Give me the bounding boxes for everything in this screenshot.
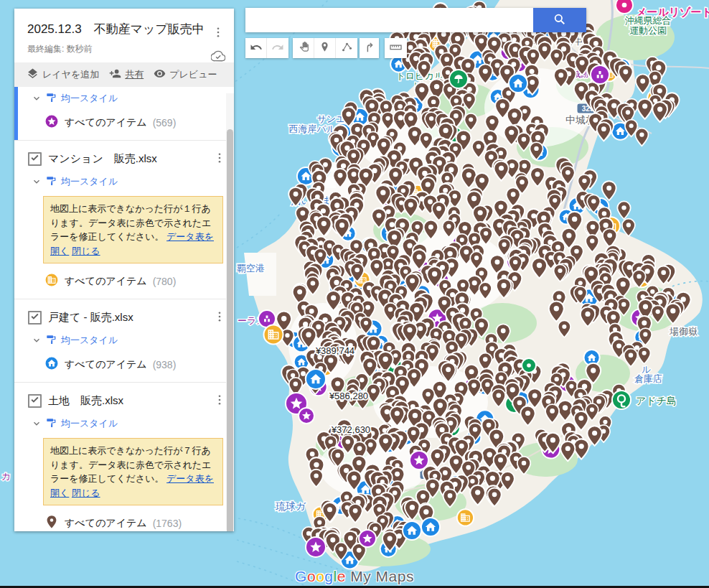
- layer0-items-row[interactable]: すべてのアイテム (569): [14, 108, 234, 140]
- item-count: (1763): [153, 518, 182, 529]
- draw-line-button[interactable]: [336, 38, 357, 58]
- paint-roller-icon: [46, 92, 57, 105]
- all-items-label: すべてのアイテム: [65, 275, 147, 288]
- redo-icon: [271, 41, 284, 56]
- svg-text:倉庫店: 倉庫店: [634, 373, 662, 384]
- undo-icon: [250, 41, 263, 56]
- kebab-menu-icon: [213, 314, 226, 325]
- dismiss-warning-link[interactable]: 閉じる: [72, 246, 100, 256]
- uniform-style-label: 均一スタイル: [61, 175, 118, 188]
- add-directions-button[interactable]: [360, 38, 379, 58]
- layer2-style-row[interactable]: 均一スタイル: [14, 329, 234, 350]
- layer-checkbox[interactable]: [28, 394, 42, 408]
- layer2-items-row[interactable]: すべてのアイテム (938): [14, 350, 234, 382]
- cloud-saved-icon: [211, 49, 225, 66]
- map-search-bar: [245, 8, 586, 32]
- toolbar-history-group: [245, 38, 288, 58]
- layer-title: 土地 販売.xlsx: [48, 394, 211, 408]
- layer-title: 戸建て - 販売.xlsx: [48, 311, 211, 325]
- svg-text:運動公園: 運動公園: [629, 25, 667, 36]
- all-items-label: すべてのアイテム: [65, 517, 147, 530]
- layer-section-house: 戸建て - 販売.xlsx 均一スタイル すべてのアイテム (938): [14, 299, 234, 383]
- paint-roller-icon: [46, 175, 57, 188]
- star-marker-icon: [44, 114, 59, 131]
- google-my-maps-logo: Google My Maps: [0, 568, 709, 585]
- toolbar-measure-group: [385, 38, 407, 58]
- layers-icon: [27, 67, 39, 82]
- toolbar-draw-group: [293, 38, 357, 58]
- layer3-items-row[interactable]: すべてのアイテム (1763): [14, 508, 234, 531]
- chevron-down-icon: [32, 419, 42, 429]
- measure-button[interactable]: [385, 38, 407, 58]
- uniform-style-label: 均一スタイル: [61, 92, 118, 105]
- svg-text:琉球ガ: 琉球ガ: [276, 500, 306, 512]
- scrollbar-thumb[interactable]: [227, 129, 233, 531]
- preview-label: プレビュー: [169, 68, 217, 81]
- home-marker-icon: [44, 356, 59, 373]
- svg-text:場御嶽: 場御嶽: [669, 326, 698, 337]
- layer-warning-box: 地図上に表示できなかった行が７行あります。データ表に赤色で示されたエラーを修正し…: [43, 438, 223, 505]
- building-marker-icon: [44, 273, 59, 289]
- layer-section-land: 土地 販売.xlsx 均一スタイル 地図上に表示できなかった行が７行あります。デ…: [14, 383, 234, 531]
- svg-text:アドチ島: アドチ島: [636, 395, 677, 406]
- layer-checkbox[interactable]: [28, 152, 42, 166]
- redo-button[interactable]: [267, 38, 288, 58]
- hand-icon: [297, 41, 309, 55]
- selected-layer-indicator: [14, 87, 18, 140]
- svg-text:¥389,744: ¥389,744: [315, 345, 354, 356]
- svg-text:¥372,630: ¥372,630: [331, 424, 370, 435]
- kebab-menu-icon: [213, 156, 226, 167]
- layer-warning-box: 地図上に表示できなかった行が１行あります。データ表に赤色で示されたエラーを修正し…: [43, 196, 223, 263]
- layer-title: マンション 販売.xlsx: [48, 152, 211, 166]
- dismiss-warning-link[interactable]: 閉じる: [72, 487, 100, 498]
- panel-action-bar: レイヤを追加 共有 プレビュー: [14, 62, 234, 87]
- last-edited-text: 最終編集: 数秒前: [27, 43, 205, 55]
- search-icon: [553, 12, 567, 29]
- layer-checkbox[interactable]: [28, 311, 42, 325]
- check-icon: [30, 394, 39, 407]
- polyline-icon: [341, 41, 353, 55]
- all-items-label: すべてのアイテム: [65, 116, 147, 129]
- layer0-style-row[interactable]: 均一スタイル: [14, 87, 234, 108]
- add-layer-button[interactable]: レイヤを追加: [23, 67, 103, 82]
- page-title: 2025.12.3 不動産マップ販売中: [27, 22, 205, 37]
- all-items-label: すべてのアイテム: [65, 358, 147, 371]
- item-count: (569): [153, 117, 177, 129]
- sidebar-scrollbar[interactable]: [226, 93, 234, 530]
- chevron-down-icon: [32, 93, 42, 103]
- directions-icon: [363, 41, 375, 55]
- pan-button[interactable]: [293, 38, 314, 58]
- uniform-style-label: 均一スタイル: [61, 417, 118, 430]
- svg-text:¥586,280: ¥586,280: [329, 391, 368, 401]
- layer-section-mansion: マンション 販売.xlsx 均一スタイル 地図上に表示できなかった行が１行ありま…: [14, 141, 234, 299]
- search-button[interactable]: [533, 8, 586, 32]
- item-count: (938): [153, 359, 177, 370]
- share-label: 共有: [125, 68, 144, 81]
- preview-icon: [154, 67, 166, 82]
- svg-text:カ: カ: [1, 471, 11, 482]
- uniform-style-label: 均一スタイル: [61, 334, 118, 347]
- layer-section-0: 均一スタイル すべてのアイテム (569): [14, 87, 234, 141]
- search-input[interactable]: [245, 8, 533, 32]
- svg-text:沖縄県総合: 沖縄県総合: [625, 15, 672, 26]
- undo-button[interactable]: [245, 38, 267, 58]
- ruler-icon: [389, 40, 403, 56]
- chevron-down-icon: [32, 335, 42, 345]
- check-icon: [30, 311, 39, 324]
- add-layer-label: レイヤを追加: [42, 68, 99, 81]
- layer1-items-row[interactable]: すべてのアイテム (780): [14, 266, 234, 299]
- kebab-menu-icon: [213, 398, 226, 409]
- paint-roller-icon: [46, 417, 57, 430]
- svg-text:覇空港: 覇空港: [237, 263, 265, 274]
- marker-icon: [319, 41, 331, 55]
- toolbar-directions-group: [360, 38, 379, 58]
- layer1-style-row[interactable]: 均一スタイル: [14, 170, 234, 191]
- share-button[interactable]: 共有: [105, 67, 147, 82]
- map-menu-button[interactable]: [210, 24, 227, 42]
- add-marker-button[interactable]: [314, 38, 336, 58]
- kebab-menu-icon: [212, 30, 225, 41]
- item-count: (780): [153, 276, 177, 287]
- preview-button[interactable]: プレビュー: [150, 67, 220, 82]
- layer3-style-row[interactable]: 均一スタイル: [14, 412, 234, 433]
- chevron-down-icon: [32, 177, 42, 187]
